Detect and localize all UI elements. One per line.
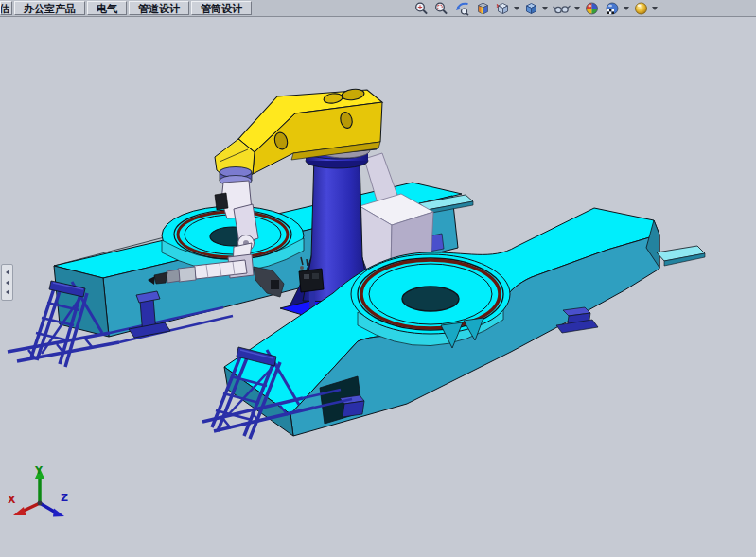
tab-evaluate-partial[interactable]: 估: [0, 1, 12, 15]
zoom-to-fit-button[interactable]: [413, 1, 430, 16]
cad-scene: Y X Z: [0, 17, 756, 557]
dropdown-caret[interactable]: [514, 7, 519, 10]
previous-view-icon: [453, 1, 471, 16]
tab-office-products[interactable]: 办公室产品: [14, 1, 85, 15]
zoom-to-area-icon: [433, 1, 449, 16]
hide-show-items-icon: [552, 1, 571, 16]
triad-x-label: X: [8, 494, 16, 506]
apply-scene-button[interactable]: [604, 1, 629, 16]
solidworks-window: 估 办公室产品 电气 管道设计 管筒设计: [0, 0, 756, 557]
tab-electrical[interactable]: 电气: [87, 1, 127, 15]
panel-expander[interactable]: [1, 264, 13, 301]
checkered-flag: [607, 9, 615, 14]
dropdown-caret[interactable]: [574, 7, 580, 10]
triad-z-label: Z: [61, 492, 68, 504]
heads-up-view-toolbar: [413, 0, 661, 16]
expand-arrow-icon: [6, 270, 9, 275]
expand-arrow-icon: [6, 280, 9, 286]
tab-label: 管筒设计: [201, 3, 242, 14]
tab-label: 估: [0, 3, 9, 14]
dropdown-caret[interactable]: [624, 7, 629, 10]
view-orientation-icon: [495, 1, 511, 16]
display-style-button[interactable]: [523, 1, 548, 16]
view-settings-icon: [633, 1, 649, 16]
previous-view-button[interactable]: [453, 1, 471, 16]
edit-appearance-button[interactable]: [584, 1, 600, 16]
tab-tubing-design[interactable]: 管筒设计: [191, 1, 252, 15]
tab-label: 电气: [97, 3, 117, 14]
edit-appearance-icon: [584, 1, 600, 16]
command-bar: 估 办公室产品 电气 管道设计 管筒设计: [0, 0, 756, 17]
section-view-icon: [475, 1, 491, 16]
display-style-icon: [523, 1, 539, 16]
dropdown-caret[interactable]: [542, 7, 548, 10]
commandmanager-tabs: 估 办公室产品 电气 管道设计 管筒设计: [0, 0, 254, 16]
apply-scene-icon: [604, 1, 621, 16]
expand-arrow-icon: [6, 289, 9, 295]
graphics-area[interactable]: Y X Z: [0, 17, 756, 557]
view-orientation-button[interactable]: [495, 1, 519, 16]
orientation-triad: Y X Z: [8, 464, 68, 517]
section-view-button[interactable]: [475, 1, 491, 16]
zoom-to-area-button[interactable]: [433, 1, 449, 16]
view-settings-button[interactable]: [633, 1, 658, 16]
tab-label: 办公室产品: [24, 3, 76, 14]
dropdown-caret[interactable]: [652, 7, 658, 10]
hide-show-items-button[interactable]: [552, 1, 580, 16]
zoom-to-fit-icon: [413, 1, 430, 16]
triad-y-label: Y: [34, 464, 44, 477]
tab-piping-design[interactable]: 管道设计: [129, 1, 189, 15]
tab-label: 管道设计: [138, 3, 180, 14]
